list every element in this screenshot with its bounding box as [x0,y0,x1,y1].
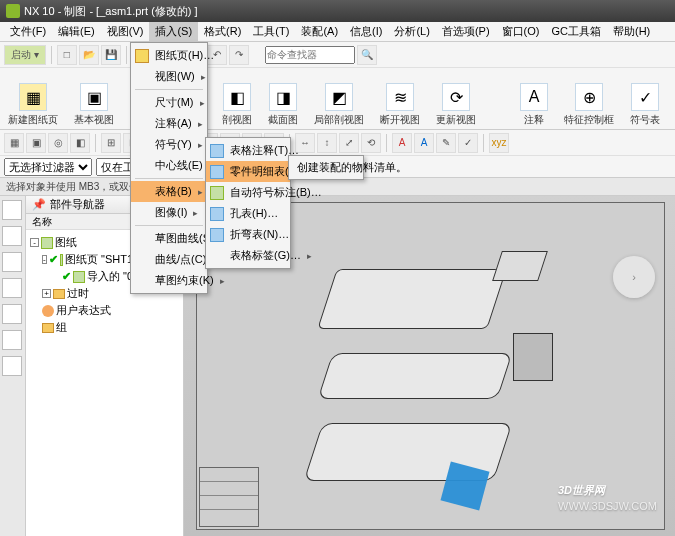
part-block [492,251,548,281]
submenu-sketchconstraint[interactable]: 草图约束(K)▸ [131,270,207,291]
open-icon[interactable]: 📂 [79,45,99,65]
ribbon-partial[interactable]: ◩局部剖视图 [306,68,372,129]
sidebar-reuse-icon[interactable] [2,278,22,298]
sidebar-layers-icon[interactable] [2,356,22,376]
submenu-curvepoint[interactable]: 曲线/点(C)▸ [131,249,207,270]
redo-icon[interactable]: ↷ [229,45,249,65]
ribbon-update[interactable]: ⟳更新视图 [428,68,484,129]
carousel-next-button[interactable]: › [613,256,655,298]
submenu-tablenote[interactable]: 表格注释(T)… [206,140,290,161]
menu-tools[interactable]: 工具(T) [247,22,295,41]
tool-icon[interactable]: ✓ [458,133,478,153]
tool-icon[interactable]: ⊞ [101,133,121,153]
menu-assembly[interactable]: 装配(A) [295,22,344,41]
search-icon[interactable]: 🔍 [357,45,377,65]
ribbon-base-view[interactable]: ▣基本视图 [66,68,122,129]
menu-window[interactable]: 窗口(O) [496,22,546,41]
tool-icon[interactable]: ▣ [26,133,46,153]
folder-icon [42,323,54,333]
tree-row[interactable]: 组 [28,319,181,336]
tool-icon[interactable]: ◧ [70,133,90,153]
submenu-table[interactable]: 表格(B)▸ [131,181,207,202]
tool-icon[interactable]: ◎ [48,133,68,153]
chevron-right-icon: ▸ [201,72,206,82]
table-submenu: 表格注释(T)… 零件明细表(P)… 自动符号标注(B)… 孔表(H)… 折弯表… [205,137,291,269]
expand-icon[interactable]: - [30,238,39,247]
submenu-holetable[interactable]: 孔表(H)… [206,203,290,224]
left-sidebar [0,196,26,536]
insert-submenu: 图纸页(H)… 视图(W)▸ 尺寸(M)▸ 注释(A)▸ 符号(Y)▸ 中心线(… [130,42,208,294]
submenu-partlist[interactable]: 零件明细表(P)… [206,161,290,182]
submenu-dimension[interactable]: 尺寸(M)▸ [131,92,207,113]
menu-gctoolbox[interactable]: GC工具箱 [545,22,607,41]
menu-prefs[interactable]: 首选项(P) [436,22,496,41]
partsec-icon: ◩ [325,83,353,111]
expand-icon[interactable]: - [42,255,47,264]
check-icon[interactable]: ✔ [62,270,71,283]
submenu-annotation[interactable]: 注释(A)▸ [131,113,207,134]
chevron-right-icon: › [632,271,636,283]
menu-analyze[interactable]: 分析(L) [388,22,435,41]
tool-icon[interactable]: ⤢ [339,133,359,153]
ribbon-fcf[interactable]: ⊕特征控制框 [556,68,622,129]
balloon-icon [210,186,224,200]
menu-insert[interactable]: 插入(S) [149,22,198,41]
ribbon-note[interactable]: A注释 [512,68,556,129]
menu-view[interactable]: 视图(V) [101,22,150,41]
ribbon-symbol[interactable]: ✓符号表 [622,68,668,129]
main-area: 📌部件导航器 名称 -图纸 -✔图纸页 "SHT1"（工作… ✔导入的 "01@… [0,196,675,536]
cutsec-icon: ◨ [269,83,297,111]
command-search-input[interactable] [265,46,355,64]
sidebar-history-icon[interactable] [2,226,22,246]
menu-help[interactable]: 帮助(H) [607,22,656,41]
submenu-bendtable[interactable]: 折弯表(N)… [206,224,290,245]
menu-info[interactable]: 信息(I) [344,22,388,41]
submenu-centerline[interactable]: 中心线(E)▸ [131,155,207,176]
tool-icon[interactable]: ▦ [4,133,24,153]
tool-icon[interactable]: A [414,133,434,153]
drawing-icon [41,237,53,249]
submenu-view[interactable]: 视图(W)▸ [131,66,207,87]
submenu-symbol[interactable]: 符号(Y)▸ [131,134,207,155]
tool-icon[interactable]: A [392,133,412,153]
watermark-text: 3D世界网WWW.3DSJW.COM [558,474,657,512]
menu-edit[interactable]: 编辑(E) [52,22,101,41]
launch-button[interactable]: 启动 ▾ [4,45,46,65]
part-top [317,269,506,329]
separator [126,46,127,64]
status-line: 选择对象并使用 MB3，或双击… [0,178,675,196]
pin-icon[interactable]: 📌 [32,198,46,211]
tooltip-text: 创建装配的物料清单。 [289,156,363,179]
quick-toolbar: 启动 ▾ □ 📂 💾 ✂ ⧉ 📋 ↶ ↷ 🔍 [0,42,675,68]
sidebar-browser-icon[interactable] [2,330,22,350]
sheet-icon [135,49,149,63]
menu-file[interactable]: 文件(F) [4,22,52,41]
window-title: NX 10 - 制图 - [_asm1.prt (修改的) ] [24,4,198,19]
expand-icon[interactable]: + [42,289,51,298]
tool-icon[interactable]: ↕ [317,133,337,153]
sidebar-navigator-icon[interactable] [2,200,22,220]
save-icon[interactable]: 💾 [101,45,121,65]
submenu-autoballoon[interactable]: 自动符号标注(B)… [206,182,290,203]
tablenote-icon [210,144,224,158]
ribbon-section[interactable]: ◧剖视图 [214,68,260,129]
ribbon: ▦新建图纸页 ▣基本视图 ◎大图 ◧剖视图 ◨截面图 ◩局部剖视图 ≋断开视图 … [0,68,675,130]
ribbon-new-sheet[interactable]: ▦新建图纸页 [0,68,66,129]
menu-format[interactable]: 格式(R) [198,22,247,41]
tool-icon[interactable]: xyz [489,133,509,153]
ribbon-cut[interactable]: ◨截面图 [260,68,306,129]
tooltip: 创建装配的物料清单。 [288,155,364,180]
submenu-sheet[interactable]: 图纸页(H)… [131,45,207,66]
sidebar-hd3d-icon[interactable] [2,304,22,324]
ribbon-break[interactable]: ≋断开视图 [372,68,428,129]
tool-icon[interactable]: ✎ [436,133,456,153]
submenu-image[interactable]: 图像(I)▸ [131,202,207,223]
submenu-tablelabel[interactable]: 表格标签(G)…▸ [206,245,290,266]
new-icon[interactable]: □ [57,45,77,65]
tool-icon[interactable]: ⟲ [361,133,381,153]
filter-select-1[interactable]: 无选择过滤器 [4,158,92,176]
check-icon[interactable]: ✔ [49,253,58,266]
sidebar-assembly-icon[interactable] [2,252,22,272]
tree-row[interactable]: 用户表达式 [28,302,181,319]
submenu-sketchcurve[interactable]: 草图曲线(S)▸ [131,228,207,249]
